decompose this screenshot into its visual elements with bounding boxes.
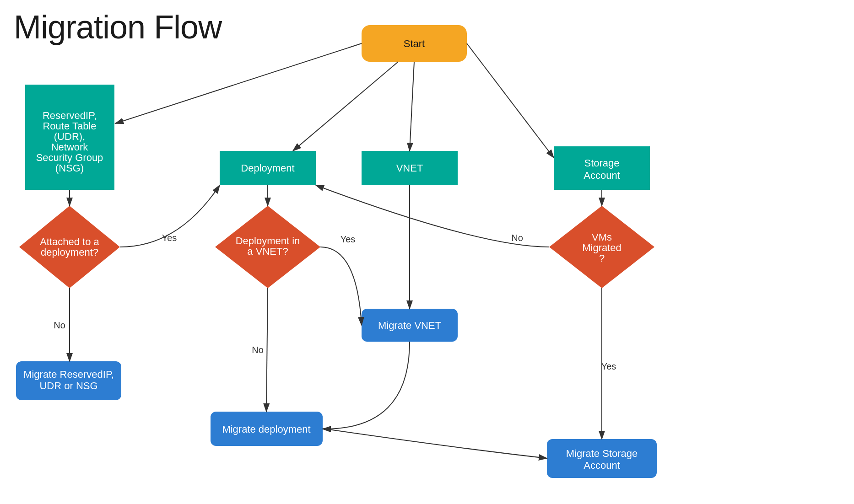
label-no-2: No (252, 345, 264, 355)
migrate-reservedip-node: Migrate ReservedIP, UDR or NSG (16, 361, 121, 400)
svg-text:deployment?: deployment? (41, 247, 98, 258)
arrow-deploy-storage (323, 429, 547, 458)
arrow-start-vnet (410, 62, 414, 151)
svg-text:Migrated: Migrated (582, 242, 622, 253)
vnet-node: VNET (362, 151, 458, 185)
attached-diamond: Attached to a deployment? (19, 206, 120, 288)
start-label: Start (404, 38, 425, 49)
arrow-start-reservedip (115, 43, 362, 123)
migrate-vnet-label: Migrate VNET (378, 320, 441, 331)
svg-text:UDR or NSG: UDR or NSG (39, 380, 97, 391)
label-yes-2: Yes (341, 234, 356, 244)
deployment-node: Deployment (220, 151, 316, 185)
migrate-deployment-node: Migrate deployment (211, 412, 323, 446)
migrate-reservedip-label: Migrate ReservedIP, (23, 369, 114, 380)
svg-text:Route Table: Route Table (43, 120, 96, 132)
vms-migrated-diamond: VMs Migrated ? (549, 206, 654, 288)
svg-text:Account: Account (584, 460, 620, 471)
deployment-vnet-label: Deployment in (236, 235, 300, 247)
label-no-1: No (54, 320, 65, 330)
reservedip-label: ReservedIP, (43, 110, 97, 121)
svg-text:?: ? (599, 252, 605, 264)
arrow-start-deployment (293, 62, 398, 151)
attached-label: Attached to a (40, 236, 99, 247)
start-node: Start (362, 25, 467, 62)
svg-text:(UDR),: (UDR), (54, 131, 85, 142)
reservedip-node: ReservedIP, Route Table (UDR), Network S… (25, 85, 114, 190)
svg-text:Security Group: Security Group (36, 152, 103, 163)
arrow-start-storage (467, 43, 554, 158)
migrate-storage-node: Migrate Storage Account (547, 439, 657, 478)
svg-text:Network: Network (51, 141, 89, 153)
migrate-storage-label: Migrate Storage (566, 448, 638, 459)
arrow-depl-vnet-no (266, 288, 268, 412)
label-yes-3: Yes (601, 361, 616, 371)
storage-account-node: Storage Account (554, 146, 650, 190)
vms-migrated-label: VMs (592, 231, 612, 243)
vnet-label: VNET (396, 162, 423, 174)
migrate-deployment-label: Migrate deployment (222, 424, 310, 435)
flowchart: Start ReservedIP, Route Table (UDR), Net… (0, 0, 854, 504)
migrate-vnet-node: Migrate VNET (362, 309, 458, 342)
svg-text:Account: Account (584, 170, 620, 181)
storage-account-label: Storage (584, 157, 619, 169)
deployment-label: Deployment (241, 162, 294, 174)
svg-text:(NSG): (NSG) (55, 162, 84, 174)
svg-text:a VNET?: a VNET? (247, 246, 288, 257)
label-yes-1: Yes (162, 233, 177, 243)
deployment-vnet-diamond: Deployment in a VNET? (215, 206, 320, 288)
label-no-3: No (511, 233, 523, 243)
arrow-depl-vnet-yes (320, 247, 362, 325)
arrow-migrate-vnet-deploy (323, 342, 410, 429)
